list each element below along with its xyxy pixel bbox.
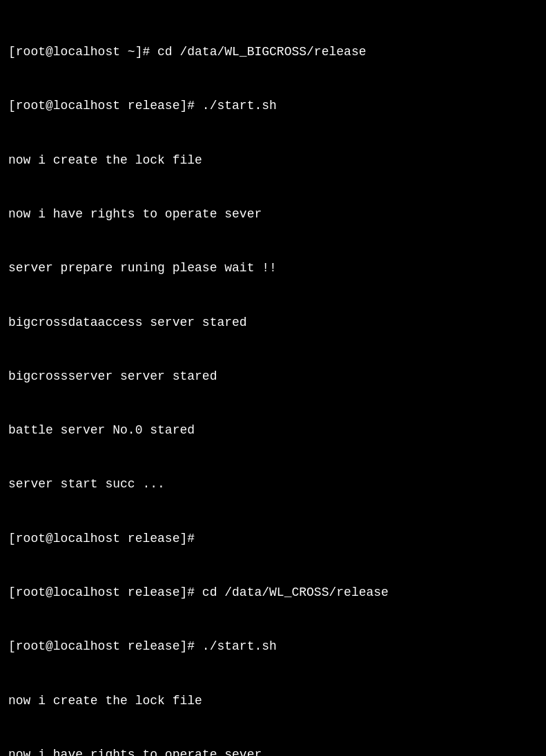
terminal-line: [root@localhost release]# ./start.sh — [8, 637, 538, 655]
terminal-output: [root@localhost ~]# cd /data/WL_BIGCROSS… — [8, 7, 538, 756]
terminal-line: battle server No.0 stared — [8, 421, 538, 439]
terminal-line: [root@localhost ~]# cd /data/WL_BIGCROSS… — [8, 43, 538, 61]
terminal-line: server start succ ... — [8, 475, 538, 493]
terminal-line: bigcrossserver server stared — [8, 367, 538, 385]
terminal-line: bigcrossdataaccess server stared — [8, 313, 538, 331]
terminal-line: [root@localhost release]# — [8, 530, 538, 547]
terminal-line: [root@localhost release]# ./start.sh — [8, 97, 538, 115]
terminal-line: now i create the lock file — [8, 151, 538, 169]
terminal-line: now i create the lock file — [8, 692, 538, 710]
terminal-line: [root@localhost release]# cd /data/WL_CR… — [8, 583, 538, 601]
terminal-line: server prepare runing please wait !! — [8, 259, 538, 277]
terminal-line: now i have rights to operate sever — [8, 205, 538, 223]
terminal-line: now i have rights to operate sever — [8, 746, 538, 756]
